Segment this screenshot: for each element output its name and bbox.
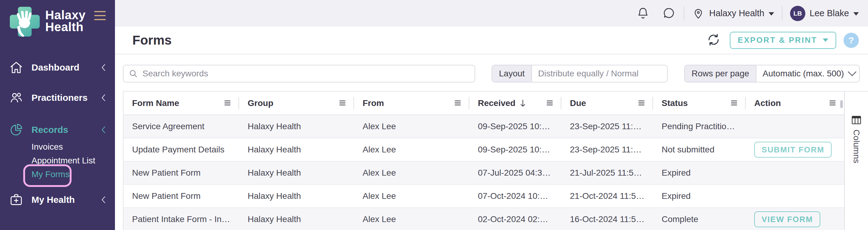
- sidebar-item-my-forms[interactable]: My Forms: [0, 167, 115, 181]
- columns-rail-toggle[interactable]: Columns: [844, 91, 868, 230]
- records-pie-icon: [9, 123, 23, 137]
- location-pin-icon: [692, 7, 705, 20]
- cell-received: 07-Oct-2024 10:20 am: [469, 191, 561, 201]
- cell-form-name: Patient Intake Form - Initial C...: [124, 215, 239, 224]
- sidebar-item-my-health[interactable]: My Health: [0, 191, 115, 209]
- main-area: Halaxy Health LB Lee Blake Forms EXPORT …: [115, 0, 868, 230]
- search-input[interactable]: [143, 69, 470, 78]
- cell-group: Halaxy Health: [239, 145, 354, 155]
- column-menu-icon[interactable]: [224, 98, 231, 108]
- chevron-left-icon: [101, 196, 106, 204]
- column-label: Due: [570, 98, 586, 108]
- header-actions: EXPORT & PRINT ?: [707, 32, 859, 49]
- brand-name: Halaxy Health: [45, 9, 86, 33]
- rows-per-page-control[interactable]: Rows per page Automatic (max. 500): [684, 65, 860, 83]
- table-row[interactable]: Patient Intake Form - Initial C... Halax…: [124, 208, 844, 230]
- column-header-status[interactable]: Status: [653, 92, 746, 114]
- messages-chat-icon[interactable]: [662, 6, 676, 21]
- cell-form-name: New Patient Form: [124, 168, 239, 178]
- sidebar-item-invoices[interactable]: Invoices: [0, 140, 115, 154]
- cell-form-name: New Patient Form: [124, 191, 239, 201]
- layout-input[interactable]: [538, 69, 661, 78]
- sidebar: Halaxy Health Dashboard Practitioners: [0, 0, 115, 230]
- cell-received: 07-Jul-2025 04:34 pm: [469, 168, 561, 178]
- table-row[interactable]: New Patient Form Halaxy Health Alex Lee …: [124, 162, 844, 185]
- practice-name: Halaxy Health: [709, 8, 764, 18]
- practice-selector[interactable]: Halaxy Health: [692, 7, 774, 20]
- column-header-from[interactable]: From: [354, 92, 469, 114]
- cell-due: 23-Sep-2025 11:59 pm: [561, 145, 653, 155]
- column-menu-icon[interactable]: [546, 98, 553, 108]
- topbar-divider: [782, 6, 782, 21]
- rows-per-page-value: Automatic (max. 500): [763, 69, 844, 78]
- sidebar-item-practitioners[interactable]: Practitioners: [0, 89, 115, 107]
- sidebar-item-dashboard[interactable]: Dashboard: [0, 59, 115, 76]
- sidebar-item-label: Practitioners: [31, 93, 101, 103]
- columns-grid-icon: [851, 116, 861, 125]
- columns-rail-label: Columns: [851, 130, 861, 163]
- sidebar-item-appointment-list[interactable]: Appointment List: [0, 154, 115, 167]
- table-header-row: Form Name Group From Received Due: [124, 92, 844, 115]
- sidebar-item-label: My Forms: [31, 169, 69, 179]
- column-header-due[interactable]: Due: [561, 92, 653, 114]
- column-menu-icon[interactable]: [829, 98, 836, 108]
- column-header-action[interactable]: Action: [746, 92, 844, 114]
- first-aid-kit-icon: [9, 193, 23, 207]
- halaxy-logo-icon[interactable]: [7, 4, 42, 39]
- column-header-form-name[interactable]: Form Name: [124, 92, 239, 114]
- table-scrollbar-thumb[interactable]: [840, 100, 843, 108]
- cell-status: Expired: [653, 168, 746, 178]
- export-print-button[interactable]: EXPORT & PRINT: [730, 32, 836, 49]
- column-header-group[interactable]: Group: [239, 92, 354, 114]
- search-box: [123, 65, 475, 83]
- notifications-bell-icon[interactable]: [636, 6, 650, 21]
- sidebar-item-label: My Health: [31, 195, 101, 205]
- column-menu-icon[interactable]: [731, 98, 738, 108]
- column-menu-icon[interactable]: [454, 98, 461, 108]
- column-menu-icon[interactable]: [339, 98, 346, 108]
- sidebar-item-label: Dashboard: [31, 62, 101, 73]
- sidebar-nav: Dashboard Practitioners Records: [0, 59, 115, 209]
- chevron-down-icon: [847, 71, 857, 77]
- cell-received: 09-Sep-2025 10:42 am: [469, 122, 561, 131]
- chevron-down-icon: [823, 38, 828, 42]
- table-region: Form Name Group From Received Due: [115, 91, 868, 230]
- column-label: Form Name: [132, 98, 179, 108]
- home-icon: [9, 61, 23, 74]
- cell-form-name: Update Payment Details: [124, 145, 239, 155]
- sidebar-item-label: Invoices: [31, 142, 63, 152]
- refresh-icon[interactable]: [707, 33, 721, 48]
- view-form-button[interactable]: VIEW FORM: [754, 211, 820, 227]
- cell-status: Complete: [653, 215, 746, 224]
- column-label: From: [363, 98, 384, 108]
- records-subnav: Invoices Appointment List My Forms: [0, 140, 115, 181]
- column-menu-icon[interactable]: [638, 98, 645, 108]
- help-button[interactable]: ?: [843, 33, 859, 48]
- cell-received: 09-Sep-2025 10:37 am: [469, 145, 561, 155]
- chevron-left-icon: [101, 63, 106, 72]
- cell-from: Alex Lee: [354, 215, 469, 224]
- table-row[interactable]: Service Agreement Halaxy Health Alex Lee…: [124, 115, 844, 138]
- submit-form-button[interactable]: SUBMIT FORM: [754, 142, 832, 158]
- page-title: Forms: [132, 33, 172, 47]
- user-menu[interactable]: LB Lee Blake: [790, 6, 859, 21]
- cell-due: 16-Oct-2024 11:59 pm: [561, 215, 653, 224]
- cell-due: 23-Sep-2025 11:59 pm: [561, 122, 653, 131]
- table-row[interactable]: Update Payment Details Halaxy Health Ale…: [124, 138, 844, 162]
- cell-group: Halaxy Health: [239, 168, 354, 178]
- sidebar-item-label: Records: [31, 125, 101, 135]
- hamburger-menu-icon[interactable]: [94, 11, 106, 20]
- column-label: Status: [662, 98, 688, 108]
- cell-due: 21-Oct-2024 11:59 pm: [561, 191, 653, 201]
- cell-received: 02-Oct-2024 02:39 pm: [469, 215, 561, 224]
- cell-status: Expired: [653, 191, 746, 201]
- column-label: Group: [248, 98, 273, 108]
- topbar: Halaxy Health LB Lee Blake: [115, 0, 868, 27]
- rows-per-page-label: Rows per page: [685, 65, 756, 82]
- chevron-down-icon: [853, 12, 859, 15]
- table-row[interactable]: New Patient Form Halaxy Health Alex Lee …: [124, 185, 844, 208]
- column-header-received[interactable]: Received: [469, 92, 561, 114]
- sidebar-item-records[interactable]: Records: [0, 121, 115, 139]
- export-print-label: EXPORT & PRINT: [738, 35, 817, 45]
- column-label: Action: [754, 98, 781, 108]
